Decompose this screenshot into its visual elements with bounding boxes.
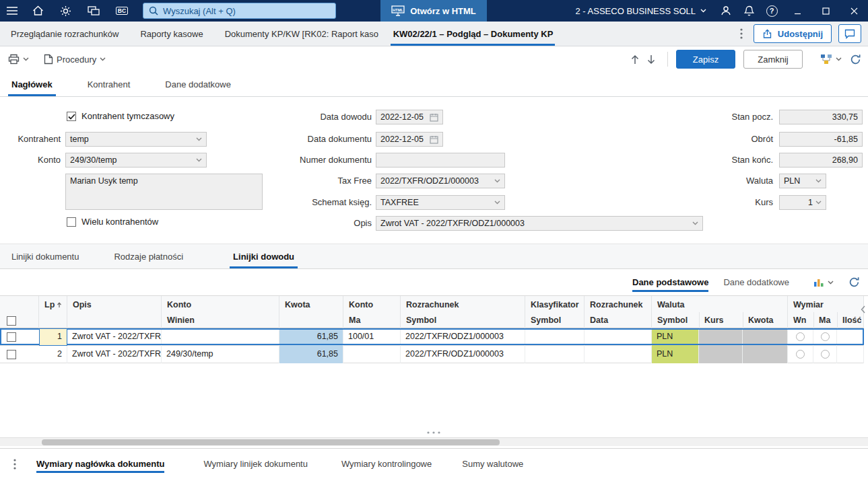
cell-lp[interactable]: 2 (39, 346, 67, 363)
cell-konto-winien[interactable]: 249/30/temp (162, 346, 279, 363)
window-minimize-button[interactable] (783, 0, 811, 22)
opis-dropdown[interactable]: Zwrot VAT - 2022/TXFR/ODZ1/000003 (376, 216, 703, 231)
search-input[interactable] (163, 6, 330, 16)
data-dowodu-field[interactable]: 2022-12-05 (376, 110, 443, 124)
chart-view-button[interactable] (813, 277, 834, 287)
row-checkbox[interactable] (7, 332, 16, 342)
tab-kw02221-podglad[interactable]: KW02/22/1 – Podgląd – Dokumenty KP (382, 22, 563, 46)
tab-linijki-dokumentu[interactable]: Linijki dokumentu (0, 244, 90, 268)
tab-kontrahent[interactable]: Kontrahent (76, 72, 142, 96)
grid-header-opis[interactable]: Opis (67, 296, 162, 328)
splitter-handle[interactable] (426, 431, 441, 434)
cell-rozrachunek-symbol[interactable]: 2022/TXFR/ODZ1/000003 (401, 328, 525, 346)
close-button[interactable]: Zamknij (743, 50, 803, 69)
window-close-button[interactable] (840, 0, 868, 22)
table-row[interactable]: 1 Zwrot VAT - 2022/TXFR/ODZ 61,85 100/01… (0, 328, 864, 346)
company-selector[interactable]: 2 - ASSECO BUSINESS SOLL (568, 0, 714, 22)
grid-header-wymiar-group[interactable]: Wymiar Wn Ma Ilość (788, 296, 864, 328)
user-profile-button[interactable] (714, 0, 737, 22)
grid-header-klasyfikator-symbol[interactable]: Klasyfikator Symbol (525, 296, 585, 328)
cell-konto-ma[interactable] (343, 346, 401, 363)
tab-przegladanie-rozrachunkow[interactable]: Przeglądanie rozrachunków (0, 22, 129, 46)
cell-lp[interactable]: 1 (39, 328, 67, 346)
konto-dropdown[interactable]: 249/30/temp (65, 153, 207, 168)
grid-header-kwota[interactable]: Kwota (279, 296, 343, 328)
cell-wymiar-ilosc[interactable] (837, 328, 864, 346)
grid-header-konto-ma[interactable]: Konto Ma (343, 296, 401, 328)
scrollbar-thumb[interactable] (42, 439, 500, 445)
procedures-button[interactable]: Procedury (44, 54, 106, 65)
comments-button[interactable] (838, 24, 861, 43)
radio-ma[interactable] (821, 332, 830, 341)
cell-kwota[interactable]: 61,85 (279, 346, 343, 363)
cell-konto-ma[interactable]: 100/01 (343, 328, 401, 346)
cell-rozrachunek-symbol[interactable]: 2022/TXFR/ODZ1/000003 (401, 346, 525, 363)
tab-dane-dodatkowe[interactable]: Dane dodatkowe (154, 72, 242, 96)
move-down-button[interactable] (647, 54, 655, 65)
notifications-button[interactable] (737, 0, 760, 22)
waluta-dropdown[interactable]: PLN (779, 174, 826, 188)
cell-wymiar-ilosc[interactable] (837, 346, 864, 363)
select-all-checkbox[interactable] (7, 316, 16, 326)
kurs-dropdown[interactable]: 1 (779, 195, 826, 210)
grid-header-rozrachunek-symbol[interactable]: Rozrachunek Symbol (401, 296, 525, 328)
grid-header-waluta-group[interactable]: Waluta Symbol Kurs Kwota (652, 296, 788, 328)
layout-options-button[interactable] (820, 54, 842, 65)
hamburger-menu-button[interactable] (0, 0, 24, 22)
tab-linijki-dowodu[interactable]: Linijki dowodu (222, 244, 306, 268)
grid-header-rozrachunek-data[interactable]: Rozrachunek Data (585, 296, 652, 328)
cell-kwota[interactable]: 61,85 (279, 328, 343, 346)
cell-klasyfikator-symbol[interactable] (525, 346, 585, 363)
move-up-button[interactable] (631, 54, 639, 65)
kontrahent-tymczasowy-checkbox[interactable] (67, 112, 76, 121)
bc-module-button[interactable]: BC (108, 0, 136, 22)
cell-wymiar-wn[interactable] (788, 346, 813, 363)
scroll-left-indicator[interactable] (861, 305, 865, 314)
tab-naglowek[interactable]: Nagłówek (0, 72, 64, 96)
table-row[interactable]: 2 Zwrot VAT - 2022/TXFR/ODZ 249/30/temp … (0, 346, 864, 363)
radio-wn[interactable] (796, 332, 805, 341)
tax-free-dropdown[interactable]: 2022/TXFR/ODZ1/000003 (376, 174, 505, 188)
tab-overflow-menu-button[interactable] (736, 28, 747, 39)
share-button[interactable]: Udostępnij (754, 24, 832, 43)
cell-klasyfikator-symbol[interactable] (525, 328, 585, 346)
tab-rodzaje-platnosci[interactable]: Rodzaje płatności (102, 244, 195, 268)
cell-wymiar-ma[interactable] (813, 346, 837, 363)
global-search[interactable] (143, 3, 336, 19)
radio-ma[interactable] (821, 350, 830, 359)
tab-dane-podstawowe[interactable]: Dane podstawowe (632, 269, 708, 295)
grid-header-lp[interactable]: Lp (39, 296, 67, 328)
kontrahent-dropdown[interactable]: temp (65, 132, 207, 147)
tab-sumy-walutowe[interactable]: Sumy walutowe (462, 449, 523, 479)
tab-dokumenty-kpkw[interactable]: Dokumenty KP/KW [RK02: Raport kaso (214, 22, 382, 46)
wielu-kontrahentow-checkbox[interactable] (67, 217, 76, 227)
radio-wn[interactable] (796, 350, 805, 359)
settings-button[interactable] (51, 0, 79, 22)
cell-waluta-symbol[interactable]: PLN (652, 328, 699, 346)
cell-rozrachunek-data[interactable] (585, 346, 652, 363)
save-button[interactable]: Zapisz (676, 50, 735, 69)
tab-wymiary-naglowka[interactable]: Wymiary nagłówka dokumentu (36, 449, 164, 479)
cell-rozrachunek-data[interactable] (585, 328, 652, 346)
tab-raporty-kasowe[interactable]: Raporty kasowe (129, 22, 213, 46)
cell-wymiar-ma[interactable] (813, 328, 837, 346)
home-button[interactable] (24, 0, 51, 22)
row-checkbox[interactable] (7, 350, 16, 359)
grid-header-konto-winien[interactable]: Konto Winien (162, 296, 279, 328)
bottom-overflow-menu-button[interactable] (9, 459, 20, 470)
cell-wymiar-wn[interactable] (788, 328, 813, 346)
help-button[interactable]: ? (760, 0, 783, 22)
workspaces-button[interactable] (79, 0, 108, 22)
data-dokumentu-field[interactable]: 2022-12-05 (376, 132, 443, 147)
tab-wymiary-linijek[interactable]: Wymiary linijek dokumentu (203, 449, 308, 479)
cell-opis[interactable]: Zwrot VAT - 2022/TXFR/ODZ (67, 328, 162, 346)
horizontal-scrollbar[interactable] (0, 437, 868, 446)
cell-konto-winien[interactable] (162, 328, 279, 346)
grid-refresh-button[interactable] (848, 277, 860, 288)
tab-grid-dane-dodatkowe[interactable]: Dane dodatkowe (723, 269, 789, 295)
kontrahent-nazwa-textarea[interactable]: Marian Usyk temp (65, 174, 263, 210)
cell-opis[interactable]: Zwrot VAT - 2022/TXFR/ODZ (67, 346, 162, 363)
tab-wymiary-kontrolingowe[interactable]: Wymiary kontrolingowe (341, 449, 432, 479)
schemat-dropdown[interactable]: TAXFREE (376, 195, 505, 210)
numer-dokumentu-field[interactable] (376, 153, 505, 168)
